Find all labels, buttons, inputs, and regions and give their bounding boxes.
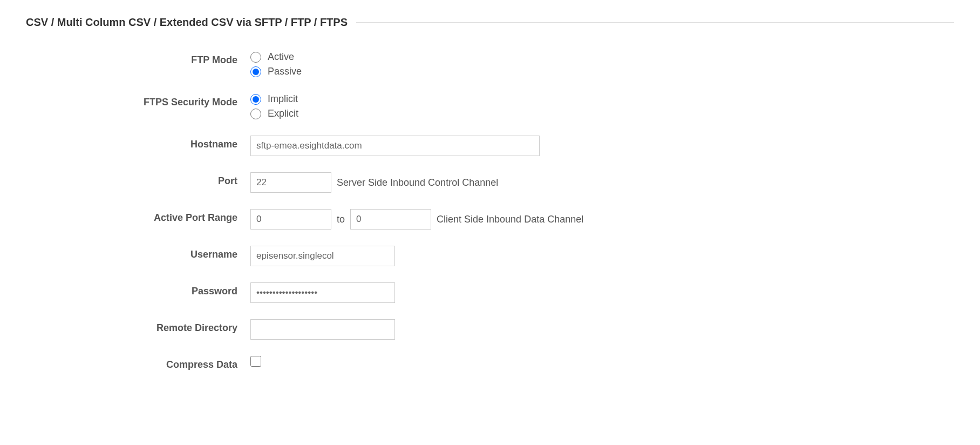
username-input[interactable]: [250, 246, 395, 266]
radio-ftp-mode-passive[interactable]: Passive: [250, 66, 302, 77]
label-ftps-security-mode: FTPS Security Mode: [26, 93, 250, 108]
row-ftp-mode: FTP Mode Active Passive: [26, 51, 954, 77]
password-input[interactable]: [250, 282, 395, 303]
section-header: CSV / Multi Column CSV / Extended CSV vi…: [26, 16, 954, 29]
active-port-to-input[interactable]: [350, 209, 431, 230]
label-active-port-range: Active Port Range: [26, 209, 250, 224]
radio-ftps-explicit[interactable]: Explicit: [250, 108, 298, 119]
radio-label-passive: Passive: [268, 66, 302, 77]
port-range-to-text: to: [337, 214, 345, 225]
section-title: CSV / Multi Column CSV / Extended CSV vi…: [26, 16, 356, 29]
port-help-text: Server Side Inbound Control Channel: [337, 177, 498, 188]
radio-input-explicit[interactable]: [250, 109, 261, 119]
radio-ftps-implicit[interactable]: Implicit: [250, 93, 298, 105]
radio-label-explicit: Explicit: [268, 108, 298, 119]
row-compress-data: Compress Data: [26, 356, 954, 370]
row-username: Username: [26, 246, 954, 266]
radio-ftp-mode-active[interactable]: Active: [250, 51, 302, 63]
radio-input-passive[interactable]: [250, 66, 261, 77]
row-ftps-security-mode: FTPS Security Mode Implicit Explicit: [26, 93, 954, 119]
row-remote-directory: Remote Directory: [26, 319, 954, 340]
compress-data-checkbox[interactable]: [250, 356, 261, 367]
label-compress-data: Compress Data: [26, 356, 250, 370]
active-port-from-input[interactable]: [250, 209, 331, 230]
hostname-input[interactable]: [250, 136, 540, 156]
radio-input-implicit[interactable]: [250, 94, 261, 105]
row-hostname: Hostname: [26, 136, 954, 156]
label-port: Port: [26, 172, 250, 187]
label-password: Password: [26, 282, 250, 297]
label-username: Username: [26, 246, 250, 260]
port-range-help-text: Client Side Inbound Data Channel: [437, 214, 583, 225]
row-port: Port Server Side Inbound Control Channel: [26, 172, 954, 193]
label-ftp-mode: FTP Mode: [26, 51, 250, 66]
remote-directory-input[interactable]: [250, 319, 395, 340]
radio-label-implicit: Implicit: [268, 93, 298, 105]
row-password: Password: [26, 282, 954, 303]
label-remote-directory: Remote Directory: [26, 319, 250, 334]
label-hostname: Hostname: [26, 136, 250, 150]
row-active-port-range: Active Port Range to Client Side Inbound…: [26, 209, 954, 230]
radio-label-active: Active: [268, 51, 294, 63]
radio-input-active[interactable]: [250, 52, 261, 63]
section-rule: [356, 22, 954, 23]
port-input[interactable]: [250, 172, 331, 193]
